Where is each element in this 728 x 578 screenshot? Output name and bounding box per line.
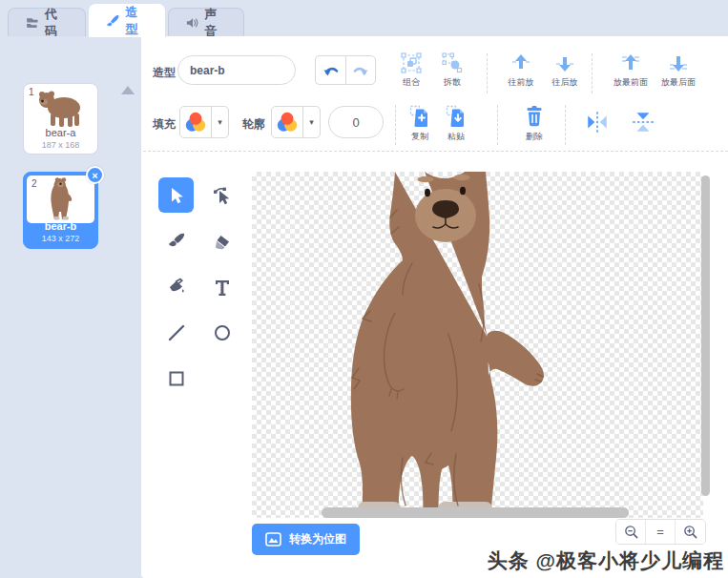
undo-redo-group: [315, 55, 376, 85]
group-label: 组合: [403, 76, 420, 89]
tab-costumes[interactable]: 造型: [88, 3, 166, 37]
reshape-tool[interactable]: [204, 177, 239, 213]
eraser-tool[interactable]: [204, 223, 239, 258]
send-to-back-label: 放最后面: [661, 76, 696, 89]
color-wheel-icon: [276, 111, 299, 134]
costume-card-bear-a[interactable]: 1 bear-a 187 x 168: [23, 83, 98, 155]
circle-tool[interactable]: [204, 315, 239, 350]
flip-vertical-icon: [631, 110, 655, 134]
brush-icon: [167, 232, 186, 251]
fill-tool[interactable]: [158, 269, 194, 304]
bear-a-thumbnail-art: [33, 89, 89, 129]
bring-to-front-button[interactable]: 放最前面: [607, 52, 655, 89]
tab-sounds[interactable]: 声音: [168, 8, 244, 37]
text-tool[interactable]: [204, 269, 239, 304]
delete-button[interactable]: 删除: [513, 105, 555, 143]
line-icon: [167, 323, 186, 342]
scratch-costume-editor: 代码 造型 声音 1: [0, 0, 728, 578]
zoom-in-button[interactable]: [676, 520, 705, 544]
speaker-icon: [186, 16, 198, 30]
brush-tool[interactable]: [158, 223, 194, 258]
fill-label: 填充: [153, 116, 176, 133]
watermark-text: 头条 @极客小将少儿编程: [488, 547, 724, 574]
tab-bar: 代码 造型 声音: [0, 0, 728, 36]
scroll-up-arrow[interactable]: [121, 86, 135, 94]
zoom-controls: =: [615, 519, 706, 545]
send-to-back-button[interactable]: 放最后面: [655, 52, 702, 89]
outline-label: 轮廓: [242, 116, 265, 133]
fill-color-button[interactable]: ▾: [179, 106, 229, 138]
horizontal-scrollbar[interactable]: [322, 507, 629, 518]
flip-horizontal-button[interactable]: [584, 109, 611, 135]
costume-name-label: 造型: [153, 65, 176, 81]
ungroup-label: 拆散: [444, 76, 461, 89]
toolbar-divider: [395, 105, 396, 145]
backward-label: 往后放: [552, 76, 578, 89]
paintbrush-icon: [106, 13, 119, 29]
circle-icon: [213, 323, 232, 342]
tab-code[interactable]: 代码: [8, 8, 86, 37]
group-icon: [401, 52, 422, 73]
paste-button[interactable]: 粘贴: [435, 105, 477, 143]
costume-thumbnail-bear-a: [27, 87, 94, 131]
delete-costume-button[interactable]: ×: [86, 166, 104, 184]
zoom-in-icon: [682, 524, 698, 540]
convert-to-bitmap-label: 转换为位图: [289, 531, 346, 547]
toolbar-divider: [497, 105, 498, 145]
costume-list: 1 bear-a 187 x 168: [0, 36, 141, 578]
zoom-out-button[interactable]: [616, 520, 646, 544]
costume-name-input[interactable]: [177, 55, 296, 85]
close-icon: ×: [92, 170, 97, 181]
costume-size: 143 x 272: [24, 234, 97, 243]
select-tool[interactable]: [158, 177, 194, 213]
costume-index: 1: [29, 87, 34, 97]
arrow-up-icon: [510, 52, 531, 73]
group-button[interactable]: 组合: [390, 52, 432, 89]
arrow-down-icon: [554, 52, 575, 73]
arrow-down-lines-icon: [668, 52, 689, 73]
reshape-icon: [213, 186, 232, 205]
bear-b-thumbnail-art: [49, 177, 73, 221]
chevron-down-icon: ▾: [212, 117, 228, 127]
tab-code-label: 代码: [45, 6, 68, 40]
trash-icon: [524, 105, 545, 128]
backward-button[interactable]: 往后放: [544, 52, 586, 89]
fill-color-swatch: [180, 107, 212, 137]
bitmap-image-icon: [265, 532, 281, 547]
copy-label: 复制: [411, 131, 428, 143]
zoom-out-icon: [623, 524, 639, 540]
eraser-icon: [213, 232, 232, 251]
redo-icon: [352, 63, 369, 78]
paint-canvas[interactable]: [252, 172, 703, 518]
costume-size: 187 x 168: [24, 140, 97, 150]
costume-thumbnail-bear-b: 2: [27, 175, 94, 223]
costume-card-bear-b[interactable]: 2 × bear-b 143 x 272: [23, 172, 98, 249]
flip-vertical-button[interactable]: [630, 109, 656, 135]
zoom-reset-button[interactable]: =: [646, 520, 676, 544]
paste-label: 粘贴: [447, 131, 465, 143]
ungroup-icon: [442, 52, 463, 73]
flip-horizontal-icon: [585, 110, 610, 134]
tab-sounds-label: 声音: [204, 6, 226, 40]
select-cursor-icon: [167, 186, 186, 205]
costume-name: bear-a: [24, 127, 97, 138]
toolbar-divider: [592, 53, 593, 93]
outline-color-swatch: [272, 107, 303, 137]
copy-icon: [409, 105, 430, 128]
toolbar-separator: [143, 151, 728, 152]
paste-icon: [446, 105, 467, 128]
zoom-reset-label: =: [656, 525, 664, 539]
forward-button[interactable]: 往前放: [500, 52, 542, 89]
paint-bucket-icon: [167, 278, 186, 297]
undo-icon: [322, 63, 340, 78]
convert-to-bitmap-button[interactable]: 转换为位图: [252, 524, 360, 555]
redo-button[interactable]: [345, 55, 376, 85]
vertical-scrollbar[interactable]: [701, 175, 710, 496]
line-tool[interactable]: [158, 315, 194, 350]
outline-color-button[interactable]: ▾: [271, 106, 321, 138]
ungroup-button[interactable]: 拆散: [431, 52, 473, 89]
rectangle-tool[interactable]: [158, 361, 194, 396]
undo-button[interactable]: [315, 55, 345, 85]
outline-width-input[interactable]: [328, 106, 384, 138]
costume-name: bear-b: [24, 220, 97, 232]
